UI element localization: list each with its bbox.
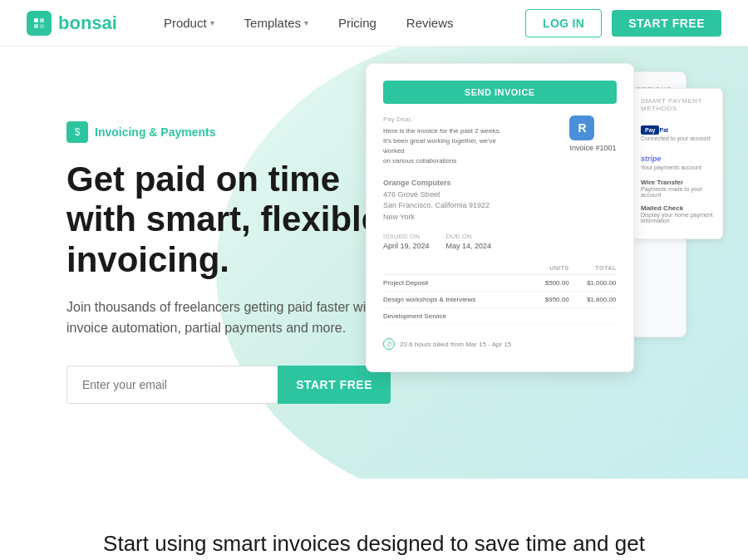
col-total: TOTAL xyxy=(569,262,617,275)
mailed-check-option: Mailed Check Display your home payment i… xyxy=(641,204,714,224)
svg-rect-3 xyxy=(40,24,44,28)
date-due: DUE ON May 14, 2024 xyxy=(446,233,492,250)
row-name: Development Service xyxy=(383,308,530,325)
logo-icon xyxy=(27,11,52,36)
nav-product[interactable]: Product ▾ xyxy=(150,9,228,37)
login-button[interactable]: LOG IN xyxy=(525,9,602,37)
bottom-title: Start using smart invoices designed to s… xyxy=(83,528,665,560)
logo[interactable]: bonsai xyxy=(27,11,117,36)
row-total: $1,800.00 xyxy=(569,292,617,308)
table-row: Development Service xyxy=(383,308,617,325)
svg-rect-1 xyxy=(40,18,44,22)
invoice-id-block: R Invoice #1001 xyxy=(569,115,616,152)
company-avatar: R xyxy=(569,115,594,140)
col-item xyxy=(383,262,530,275)
navbar: bonsai Product ▾ Templates ▾ Pricing Rev… xyxy=(0,0,748,47)
badge-dollar-icon: $ xyxy=(66,121,88,143)
invoice-card: SEND INVOICE Pay Dear, Here is the invoi… xyxy=(366,63,634,372)
hero-form: START FREE xyxy=(66,366,391,404)
nav-links: Product ▾ Templates ▾ Pricing Reviews xyxy=(150,9,525,37)
hero-title: Get paid on time with smart, flexible in… xyxy=(66,160,399,280)
stripe-option: stripe Your payments account xyxy=(641,150,714,170)
timer-text: 20.6 hours billed from Mar 15 - Apr 15 xyxy=(400,341,511,348)
invoice-to: Pay Dear, Here is the invoice for the pa… xyxy=(383,115,516,166)
email-input[interactable] xyxy=(66,366,278,404)
hero-subtitle: Join thousands of freelancers getting pa… xyxy=(66,297,399,339)
row-total: $1,000.00 xyxy=(569,275,617,292)
row-name: Design workshops & Interviews xyxy=(383,292,530,308)
invoice-table: UNITS TOTAL Project Deposit $500.00 $1,0… xyxy=(383,262,617,325)
nav-pricing[interactable]: Pricing xyxy=(325,9,390,37)
row-name: Project Deposit xyxy=(383,275,530,292)
clock-icon: ⏱ xyxy=(383,338,395,350)
mockup-container: Due remaining in 3 days ↻ Recurring ever… xyxy=(366,63,723,372)
start-free-button[interactable]: START FREE xyxy=(612,10,721,37)
nav-actions: LOG IN START FREE xyxy=(525,9,721,37)
options-panel-title: Smart Payment Methods xyxy=(641,97,714,112)
nav-reviews[interactable]: Reviews xyxy=(393,9,467,37)
send-invoice-button[interactable]: SEND INVOICE xyxy=(383,81,617,104)
paypal-option: PayPal Connected to your account xyxy=(641,120,714,141)
company-info: Orange Computers 476 Grove StreetSan Fra… xyxy=(383,178,617,223)
row-total xyxy=(569,308,617,325)
row-units xyxy=(530,308,568,325)
logo-text: bonsai xyxy=(58,12,117,34)
svg-rect-0 xyxy=(34,18,38,22)
hero-visual: Due remaining in 3 days ↻ Recurring ever… xyxy=(366,63,723,372)
col-units: UNITS xyxy=(530,262,568,275)
options-panel: Smart Payment Methods PayPal Connected t… xyxy=(632,88,723,239)
time-tracker: ⏱ 20.6 hours billed from Mar 15 - Apr 15 xyxy=(383,333,617,355)
date-issued: ISSUED ON April 19, 2024 xyxy=(383,233,430,250)
invoice-header: Pay Dear, Here is the invoice for the pa… xyxy=(383,115,617,166)
company-address: 476 Grove StreetSan Francisco, Californi… xyxy=(383,190,490,221)
badge-label: Invoicing & Payments xyxy=(95,125,215,139)
company-name: Orange Computers xyxy=(383,179,451,187)
hero-content: $ Invoicing & Payments Get paid on time … xyxy=(66,71,399,454)
row-units: $950.00 xyxy=(530,292,568,308)
invoice-to-label: Pay Dear, xyxy=(383,115,516,123)
nav-templates[interactable]: Templates ▾ xyxy=(231,9,322,37)
wire-option: Wire Transfer Payments made to your acco… xyxy=(641,179,714,198)
templates-chevron-icon: ▾ xyxy=(304,18,308,27)
hero-badge: $ Invoicing & Payments xyxy=(66,121,399,143)
hero-section: $ Invoicing & Payments Get paid on time … xyxy=(0,47,748,479)
row-units: $500.00 xyxy=(530,275,568,292)
invoice-number: Invoice #1001 xyxy=(569,144,616,152)
bottom-section: Start using smart invoices designed to s… xyxy=(0,479,748,560)
table-row: Project Deposit $500.00 $1,000.00 xyxy=(383,275,617,292)
invoice-greeting: Here is the invoice for the past 2 weeks… xyxy=(383,126,516,166)
table-row: Design workshops & Interviews $950.00 $1… xyxy=(383,292,617,308)
svg-rect-2 xyxy=(34,24,38,28)
product-chevron-icon: ▾ xyxy=(210,18,214,27)
invoice-dates: ISSUED ON April 19, 2024 DUE ON May 14, … xyxy=(383,233,617,250)
